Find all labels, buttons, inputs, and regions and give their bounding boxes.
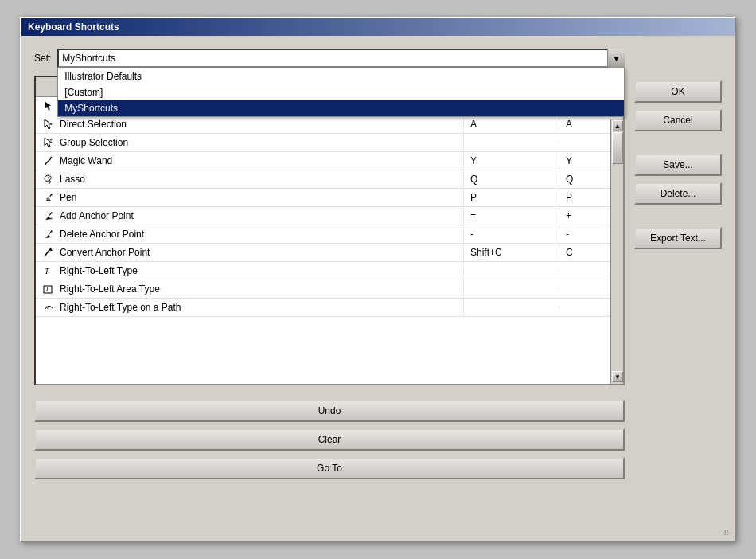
save-button[interactable]: Save... <box>634 154 722 176</box>
svg-text:T: T <box>45 267 50 276</box>
tool-key-add-anchor: = <box>464 208 559 224</box>
tool-name-convert-anchor: Convert Anchor Point <box>36 244 464 261</box>
table-row[interactable]: T Right-To-Left Type <box>36 262 623 280</box>
table-row[interactable]: T Right-To-Left Area Type <box>36 280 623 299</box>
right-panel: OK Cancel Save... Delete... Export Text.… <box>634 49 722 479</box>
keyboard-shortcuts-dialog: Keyboard Shortcuts Set: MyShortcuts ▼ Il… <box>20 17 736 542</box>
tool-name-direct-selection: Direct Selection <box>36 115 464 133</box>
table-row[interactable]: Pen P P <box>36 189 623 207</box>
svg-text:+: + <box>49 137 53 143</box>
tool-key-convert-anchor: Shift+C <box>464 244 559 260</box>
tool-name-delete-anchor: - Delete Anchor Point <box>36 225 464 243</box>
tool-key-magic-wand: Y <box>464 153 559 169</box>
delete-anchor-icon: - <box>42 228 55 240</box>
tool-key-direct-selection: A <box>464 116 559 132</box>
dropdown-arrow-icon[interactable]: ▼ <box>607 49 625 68</box>
title-bar: Keyboard Shortcuts <box>21 18 735 36</box>
ok-button[interactable]: OK <box>634 80 722 103</box>
table-row[interactable]: T Right-To-Left Type on a Path <box>36 299 623 317</box>
svg-marker-0 <box>45 101 52 111</box>
convert-anchor-icon <box>42 246 55 259</box>
table-scroll-area[interactable]: Selection V V Direct Selection <box>36 97 623 384</box>
tool-key-rtl-path-type <box>464 305 559 310</box>
scrollbar-up-arrow[interactable]: ▲ <box>612 120 623 131</box>
table-row[interactable]: Direct Selection A A <box>36 115 623 134</box>
table-row[interactable]: + Add Anchor Point = + <box>36 207 623 225</box>
tool-name-magic-wand: Magic Wand <box>36 152 464 170</box>
tool-key-delete-anchor: - <box>464 226 559 242</box>
set-label: Set: <box>34 53 51 64</box>
shortcuts-table-area: Symbol Selection V <box>34 76 625 385</box>
scrollbar-track: ▲ ▼ <box>610 119 623 384</box>
svg-point-7 <box>47 198 49 200</box>
lasso-icon <box>42 173 55 186</box>
svg-text:-: - <box>49 233 52 240</box>
tool-name-rtl-path-type: T Right-To-Left Type on a Path <box>36 299 464 316</box>
clear-button[interactable]: Clear <box>34 428 625 451</box>
svg-point-6 <box>45 163 46 165</box>
tool-name-group-selection: + Group Selection <box>36 134 464 151</box>
tool-name-rtl-area-type: T Right-To-Left Area Type <box>36 280 464 298</box>
left-panel: Set: MyShortcuts ▼ Illustrator Defaults … <box>34 49 625 479</box>
tool-key-lasso: Q <box>464 171 559 187</box>
tool-name-add-anchor: + Add Anchor Point <box>36 207 464 225</box>
svg-marker-1 <box>45 119 52 129</box>
set-row: Set: MyShortcuts ▼ Illustrator Defaults … <box>34 49 625 68</box>
rtl-path-type-icon: T <box>42 301 55 314</box>
delete-button[interactable]: Delete... <box>634 182 722 205</box>
tool-name-rtl-type: T Right-To-Left Type <box>36 262 464 280</box>
svg-text:+: + <box>49 216 53 221</box>
dropdown-item-illustrator-defaults[interactable]: Illustrator Defaults <box>58 68 624 84</box>
tool-name-pen: Pen <box>36 189 464 206</box>
magic-wand-icon <box>42 154 55 167</box>
tool-key-rtl-area-type <box>464 287 559 291</box>
selection-icon <box>42 100 55 112</box>
svg-text:T: T <box>45 286 49 293</box>
dropdown-item-custom[interactable]: [Custom] <box>58 84 624 100</box>
set-select-wrapper: MyShortcuts ▼ Illustrator Defaults [Cust… <box>57 49 625 68</box>
scrollbar-thumb[interactable] <box>612 132 623 164</box>
resize-handle[interactable]: ⠿ <box>723 530 733 539</box>
table-row[interactable]: Magic Wand Y Y <box>36 152 623 170</box>
svg-marker-5 <box>50 156 53 158</box>
svg-text:T: T <box>46 304 50 311</box>
rtl-area-type-icon: T <box>42 283 55 295</box>
svg-line-4 <box>45 158 51 164</box>
table-row[interactable]: Convert Anchor Point Shift+C C <box>36 244 623 262</box>
scrollbar-down-arrow[interactable]: ▼ <box>612 371 623 382</box>
dropdown-item-myshortcuts[interactable]: MyShortcuts <box>58 100 624 116</box>
cancel-button[interactable]: Cancel <box>634 109 722 131</box>
table-row[interactable]: + Group Selection <box>36 134 623 152</box>
undo-button[interactable]: Undo <box>34 400 625 422</box>
group-selection-icon: + <box>42 136 55 149</box>
table-row[interactable]: - Delete Anchor Point - - <box>36 225 623 244</box>
bottom-buttons: Undo Clear Go To <box>34 393 625 479</box>
tool-name-lasso: Lasso <box>36 170 464 188</box>
add-anchor-icon: + <box>42 209 55 222</box>
export-text-button[interactable]: Export Text... <box>634 227 722 249</box>
set-select-display[interactable]: MyShortcuts <box>57 49 625 68</box>
dialog-title: Keyboard Shortcuts <box>28 22 119 33</box>
rtl-type-icon: T <box>42 264 55 277</box>
dropdown-popup: Illustrator Defaults [Custom] MyShortcut… <box>57 68 625 117</box>
tool-key-rtl-type <box>464 268 559 273</box>
direct-selection-icon <box>42 118 55 131</box>
tool-key-group-selection <box>464 140 559 145</box>
table-row[interactable]: Lasso Q Q <box>36 170 623 189</box>
pen-icon <box>42 191 55 204</box>
tool-key-pen: P <box>464 190 559 205</box>
go-to-button[interactable]: Go To <box>34 457 625 479</box>
